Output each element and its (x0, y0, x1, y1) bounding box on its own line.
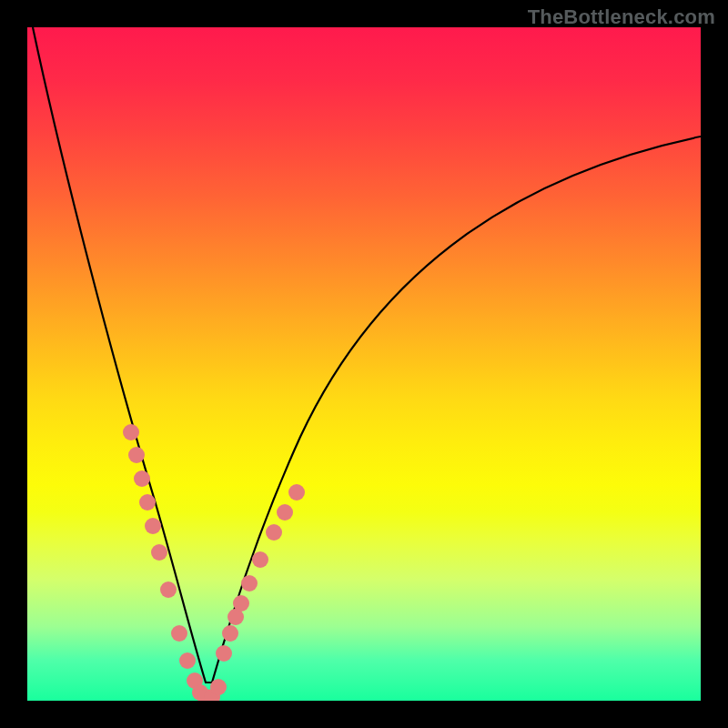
marker-right (233, 595, 249, 612)
marker-left (128, 447, 145, 463)
chart-svg (27, 27, 701, 701)
marker-bottom (210, 679, 227, 695)
marker-right (266, 524, 282, 541)
marker-left (160, 581, 177, 598)
watermark-text: TheBottleneck.com (528, 5, 715, 29)
chart-plot-area (27, 27, 701, 701)
marker-left (123, 424, 139, 440)
marker-left (151, 544, 167, 561)
marker-right (222, 625, 238, 642)
marker-left (179, 652, 196, 669)
marker-right (241, 575, 258, 592)
marker-right (277, 504, 293, 521)
marker-right (252, 551, 268, 568)
marker-left (139, 494, 156, 511)
marker-right (288, 484, 305, 500)
marker-left (171, 625, 187, 642)
marker-left (134, 470, 150, 487)
marker-right (216, 645, 232, 662)
deviation-curve (33, 27, 701, 682)
marker-left (145, 518, 161, 534)
